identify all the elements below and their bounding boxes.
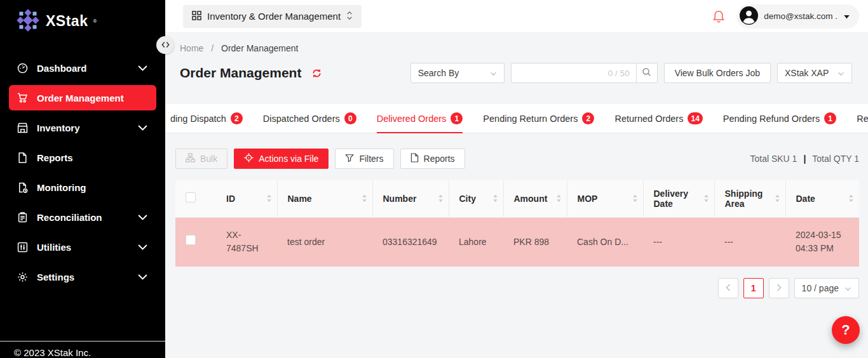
breadcrumb-home[interactable]: Home xyxy=(180,43,203,53)
sort-icon[interactable] xyxy=(703,194,709,202)
grid-icon xyxy=(192,11,201,22)
sort-icon[interactable] xyxy=(362,194,367,202)
table-header-row: ID Name Number City Amount MOP Delivery … xyxy=(175,180,859,217)
integration-select[interactable]: XStak XAP xyxy=(777,63,852,83)
totals: Total SKU 1 | Total QTY 1 xyxy=(750,154,859,164)
workspace-switcher[interactable]: Inventory & Order Management xyxy=(183,5,362,28)
column-label: ID xyxy=(226,194,235,204)
sort-icon[interactable] xyxy=(632,194,638,202)
actions-via-file-label: Actions via File xyxy=(259,154,318,164)
column-header-number[interactable]: Number xyxy=(372,180,449,217)
main-area: Inventory & Order Management demo@xstak.… xyxy=(165,0,868,358)
sidebar-item-label: Utilities xyxy=(37,242,71,253)
chevron-right-icon xyxy=(776,283,782,293)
page-size-select[interactable]: 10 / page xyxy=(794,278,859,298)
page-header: Order Management Search By 0 / 50 xyxy=(165,53,868,83)
pagination-page-1[interactable]: 1 xyxy=(743,278,764,298)
user-menu[interactable]: demo@xstak.com . xyxy=(736,4,859,29)
search-group: 0 / 50 xyxy=(511,63,658,83)
tab-count-badge: 1 xyxy=(451,112,463,124)
orders-table: ID Name Number City Amount MOP Delivery … xyxy=(175,180,859,267)
column-label: Amount xyxy=(514,194,548,204)
search-input[interactable] xyxy=(518,68,608,78)
sidebar-item-utilities[interactable]: Utilities xyxy=(9,234,156,260)
tab-pending-dispatch[interactable]: ding Dispatch 2 xyxy=(170,104,243,133)
chevron-down-icon xyxy=(137,123,148,133)
document-icon xyxy=(410,153,419,164)
help-button[interactable]: ? xyxy=(832,316,860,344)
sidebar-item-monitoring[interactable]: Monitoring xyxy=(9,175,156,200)
tab-truncated[interactable]: Re xyxy=(857,104,868,133)
sidebar-item-dashboard[interactable]: Dashboard xyxy=(9,55,156,81)
bulk-button[interactable]: Bulk xyxy=(175,149,227,169)
sidebar-item-order-management[interactable]: Order Management xyxy=(9,85,156,110)
sort-icon[interactable] xyxy=(492,194,498,202)
column-header-city[interactable]: City xyxy=(449,180,503,217)
pagination-prev-button[interactable] xyxy=(718,278,738,298)
refresh-icon[interactable] xyxy=(311,68,322,79)
sidebar-item-label: Reconciliation xyxy=(37,212,102,223)
tab-label: Dispatched Orders xyxy=(263,114,340,124)
sidebar-item-settings[interactable]: Settings xyxy=(9,264,156,289)
chevron-down-icon xyxy=(837,68,844,78)
table-row[interactable]: XX-7487SH test order 03316321649 Lahore … xyxy=(175,217,859,267)
column-header-name[interactable]: Name xyxy=(277,180,372,217)
column-header-shipping-area[interactable]: Shipping Area xyxy=(714,180,785,217)
column-header-date[interactable]: Date xyxy=(785,180,859,217)
sort-icon[interactable] xyxy=(775,194,780,202)
sidebar-collapse-toggle[interactable] xyxy=(156,36,174,54)
cell-id: XX-7487SH xyxy=(216,217,277,267)
breadcrumb: Home / Order Management xyxy=(165,33,868,53)
tab-count-badge: 14 xyxy=(688,112,702,124)
reports-button[interactable]: Reports xyxy=(400,149,465,169)
total-qty: Total QTY 1 xyxy=(812,154,859,164)
actions-via-file-button[interactable]: Actions via File xyxy=(234,149,329,169)
chevron-down-icon xyxy=(137,212,148,223)
sort-icon[interactable] xyxy=(438,194,444,202)
workspace-label: Inventory & Order Management xyxy=(207,11,341,22)
tab-pending-refund-orders[interactable]: Pending Refund Orders 1 xyxy=(723,104,836,133)
view-bulk-orders-button[interactable]: View Bulk Orders Job xyxy=(664,63,771,83)
row-checkbox[interactable] xyxy=(186,235,196,245)
sort-icon[interactable] xyxy=(556,194,562,202)
select-all-checkbox[interactable] xyxy=(186,192,196,202)
topbar: Inventory & Order Management demo@xstak.… xyxy=(165,0,868,33)
column-label: Name xyxy=(288,194,312,204)
column-header-delivery-date[interactable]: Delivery Date xyxy=(643,180,714,217)
tab-pending-return-orders[interactable]: Pending Return Orders 2 xyxy=(483,104,594,133)
cell-city: Lahore xyxy=(449,217,503,267)
column-label: MOP xyxy=(578,194,598,204)
sort-icon[interactable] xyxy=(848,194,854,202)
search-controls: Search By 0 / 50 View Bulk Orders Job xyxy=(410,63,852,83)
settings-gear-icon xyxy=(17,272,28,282)
sidebar-item-label: Settings xyxy=(37,272,74,282)
filters-button[interactable]: Filters xyxy=(335,149,393,169)
tab-label: Pending Return Orders xyxy=(483,114,578,124)
tab-dispatched-orders[interactable]: Dispatched Orders 0 xyxy=(263,104,356,133)
sidebar-item-reconciliation[interactable]: Reconciliation xyxy=(9,204,156,230)
page-size-value: 10 / page xyxy=(802,283,839,293)
sort-icon[interactable] xyxy=(266,194,272,202)
cell-shipping-area: --- xyxy=(714,217,785,267)
column-header-mop[interactable]: MOP xyxy=(567,180,643,217)
user-email: demo@xstak.com . xyxy=(764,11,837,21)
notification-bell-icon[interactable] xyxy=(712,10,725,23)
bulk-label: Bulk xyxy=(200,154,217,164)
column-header-amount[interactable]: Amount xyxy=(503,180,567,217)
sidebar-item-reports[interactable]: Reports xyxy=(9,145,156,170)
search-button[interactable] xyxy=(636,63,657,83)
reconciliation-icon xyxy=(17,212,28,223)
column-label: City xyxy=(459,194,476,204)
toolbar: Bulk Actions via File Filters Reports xyxy=(175,149,859,169)
tab-returned-orders[interactable]: Returned Orders 14 xyxy=(614,104,702,133)
tab-label: Returned Orders xyxy=(614,114,683,124)
tab-count-badge: 2 xyxy=(582,112,594,124)
tab-delivered-orders[interactable]: Delivered Orders 1 xyxy=(377,104,463,133)
search-by-select[interactable]: Search By xyxy=(410,63,505,83)
cell-date: 2024-03-15 04:33 PM xyxy=(785,217,859,267)
sidebar-item-inventory[interactable]: Inventory xyxy=(9,115,156,140)
column-header-id[interactable]: ID xyxy=(216,180,277,217)
pagination-next-button[interactable] xyxy=(769,278,789,298)
sidebar-item-label: Reports xyxy=(37,152,73,163)
tab-count-badge: 2 xyxy=(231,112,243,124)
